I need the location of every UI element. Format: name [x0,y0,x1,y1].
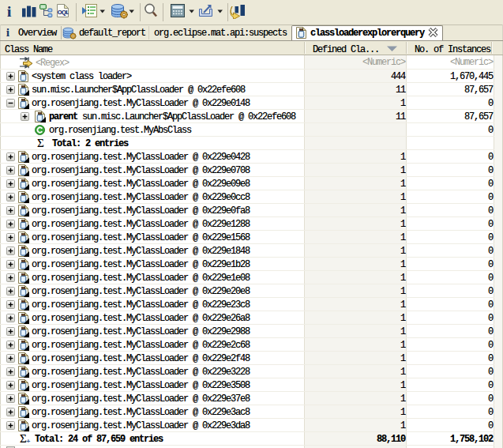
svg-text:Σ: Σ [37,137,44,149]
svg-text:OQL: OQL [58,9,69,16]
svg-text:Σ: Σ [20,433,27,444]
svg-text:+: + [27,438,31,445]
